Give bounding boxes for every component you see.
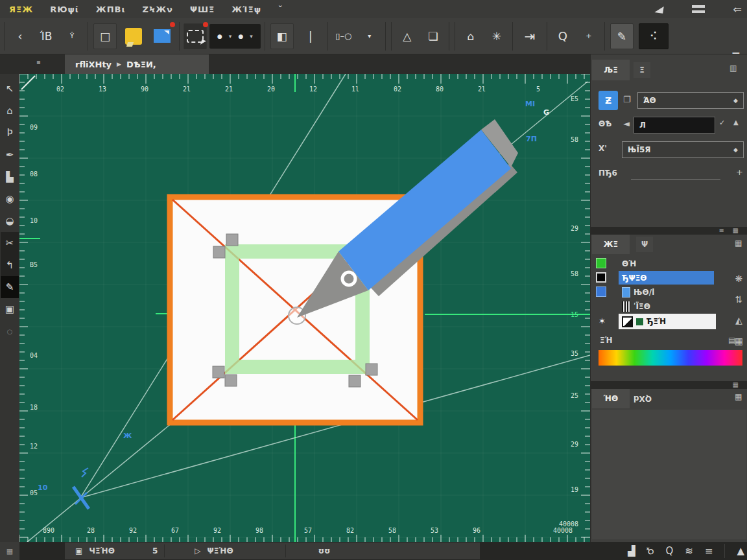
play-icon[interactable]: ▷ — [195, 546, 200, 555]
layer-row-5-highlighted[interactable]: ЂΞΉ — [619, 314, 716, 329]
layer-row-1[interactable]: ΘΉ — [619, 257, 714, 270]
layer1-swatch[interactable] — [596, 258, 606, 268]
rotated-tab-label[interactable]: QXd — [634, 394, 652, 403]
export-icon[interactable]: ⇥ — [518, 23, 541, 49]
key-icon[interactable]: ♀ — [644, 544, 658, 558]
handle-bottom-left-b[interactable] — [225, 375, 237, 386]
grid-icon[interactable]: ▦ — [735, 336, 743, 346]
pin-icon[interactable]: Ŷ — [60, 23, 84, 49]
shapes-tool[interactable]: ▙ — [1, 166, 19, 188]
menu-item-2[interactable]: ЖΠΒι — [96, 5, 126, 14]
back-arrow-icon[interactable]: ◄ — [623, 119, 630, 128]
layer-row-2-selected[interactable]: ЂΨΞΘ — [619, 271, 714, 285]
menu-item-1[interactable]: RЮψί — [50, 5, 79, 14]
move-tool[interactable]: ↖ — [1, 78, 19, 100]
style-dropdown[interactable]: ЊΪ5Я ◆ — [622, 141, 744, 158]
menu-item-5[interactable]: ЖΊΞψ — [231, 5, 261, 14]
panel3-corner-icon[interactable]: ▦ — [735, 392, 742, 401]
copy-pages-icon[interactable]: ❐ — [623, 95, 631, 104]
rectangle-tool-button[interactable]: □ — [93, 23, 117, 49]
cut-tool[interactable]: ✂ — [1, 232, 19, 254]
layer-row-4[interactable]: ʹΪΞΘ — [619, 299, 714, 313]
check-icon[interactable]: ✓ — [719, 119, 725, 127]
back-icon[interactable]: ‹ — [8, 23, 32, 49]
split-view-button[interactable]: ◧ — [270, 23, 294, 49]
menu-item-3[interactable]: ΖϞЖν — [143, 5, 173, 14]
layer3-swatch[interactable] — [596, 286, 606, 297]
pen-edit-button[interactable]: ✎ — [610, 23, 634, 49]
doc-list-icon[interactable]: ▪ — [36, 58, 41, 65]
value-input[interactable]: Л — [634, 117, 715, 134]
lasso-icon[interactable]: Q — [551, 23, 575, 49]
menu-item-0[interactable]: ЯΞЖ — [9, 5, 33, 14]
layer2-swatch[interactable] — [596, 272, 606, 283]
layers-corner-icon[interactable]: ▦ — [735, 239, 742, 248]
pen-tool[interactable]: ✎ — [1, 276, 19, 298]
window-controls-icon[interactable]: ⇐ — [733, 3, 742, 16]
tab-properties[interactable]: ЉΞ — [592, 60, 630, 80]
blue-document-button[interactable] — [150, 23, 174, 49]
hamburger-icon[interactable] — [692, 5, 705, 13]
hook-tool[interactable]: ↰ — [1, 254, 19, 276]
mask-icon[interactable]: ◭ — [735, 315, 742, 325]
dot-tool[interactable]: ○ — [1, 320, 19, 342]
add-icon[interactable]: + — [736, 167, 743, 177]
marquee-tool-button[interactable] — [184, 23, 207, 49]
menu-item-4[interactable]: ΨШΞ — [190, 5, 215, 14]
waves-icon[interactable]: ≋ — [685, 545, 693, 557]
panel1-corner-icon[interactable]: ▥ — [729, 64, 737, 73]
menu-icon[interactable]: ≡ — [705, 545, 713, 557]
house-icon[interactable]: ⌂ — [459, 23, 482, 49]
status-mini[interactable]: 5 — [152, 546, 158, 555]
layer-row-3[interactable]: ЊΘ/l — [619, 285, 714, 299]
grid-icon[interactable]: ▦ — [733, 381, 739, 388]
mode-button[interactable]: Ƶ — [599, 91, 618, 110]
handle-bottom-left-a[interactable] — [213, 366, 224, 378]
handle-top-left-a[interactable] — [226, 234, 238, 246]
menu-item-more[interactable]: ˇ — [278, 5, 283, 14]
yellow-document-button[interactable] — [122, 23, 145, 49]
brush-size-presets[interactable]: ●▾ ●▾ — [209, 24, 261, 49]
tab-layers-2[interactable]: Ψ — [636, 237, 653, 252]
reorder-icon[interactable]: ⇅ — [735, 294, 743, 305]
status-corner-icon[interactable]: ▦ — [0, 542, 19, 560]
handle-bottom-right-b[interactable] — [349, 375, 361, 387]
bird-icon[interactable]: ✶ — [599, 316, 606, 326]
fill-tool[interactable]: ◒ — [1, 210, 19, 232]
blocks-icon[interactable]: ❏ — [421, 23, 445, 49]
mountain-icon[interactable]: △ — [396, 23, 419, 49]
doc-status-icon[interactable]: ▣ — [75, 546, 82, 555]
plus-icon[interactable]: + — [577, 23, 600, 49]
list-icon[interactable]: ≡ — [719, 227, 724, 234]
eye-tool[interactable]: ◉ — [1, 188, 19, 210]
grid-icon[interactable]: ▦ — [733, 227, 739, 234]
panel3-content[interactable] — [592, 410, 746, 539]
tab-properties-2[interactable]: Ξ — [634, 62, 650, 78]
home-tool[interactable]: ⌂ — [1, 100, 19, 122]
blend-grid-icon[interactable]: ▤ — [728, 336, 735, 345]
tab-layers[interactable]: ЖΞ — [592, 235, 630, 254]
tab-history[interactable]: ΉΘ — [592, 389, 630, 408]
color-spectrum[interactable] — [599, 350, 742, 366]
handle-bottom-right-a[interactable] — [366, 364, 377, 375]
brush-tool[interactable]: ✒ — [1, 144, 19, 166]
svg-text:E5: E5 — [571, 95, 578, 102]
stepper-up-icon[interactable]: ▲ — [733, 119, 739, 126]
link-shapes-icon[interactable]: ▯–○ — [332, 23, 355, 49]
pointer-mode-icon[interactable] — [654, 5, 663, 14]
caret-down-icon[interactable]: ▾ — [358, 23, 381, 49]
pixel-grid-button[interactable]: ⠪ — [639, 23, 669, 49]
preset-dropdown[interactable]: ΆΘ ◆ — [637, 92, 744, 109]
frame-tool[interactable]: ▣ — [1, 298, 19, 320]
pointer-icon[interactable]: ▲ — [737, 545, 744, 557]
nav-label[interactable]: ΊΒ — [34, 23, 58, 49]
document-tab[interactable]: rfliXHty ▶ DѢΞИ, — [65, 54, 209, 74]
handle-top-left-b[interactable] — [213, 246, 225, 258]
canvas-area[interactable]: Ж 10 MI 7Π G — [19, 74, 590, 542]
flag-tool[interactable]: Þ — [1, 122, 19, 144]
chart-icon[interactable]: ▟ — [628, 545, 635, 557]
zoom-icon[interactable]: Q — [665, 545, 673, 557]
fx-icon[interactable]: ❋ — [735, 274, 743, 284]
burst-icon[interactable]: ✳ — [485, 23, 508, 49]
underline-field[interactable] — [631, 179, 720, 180]
